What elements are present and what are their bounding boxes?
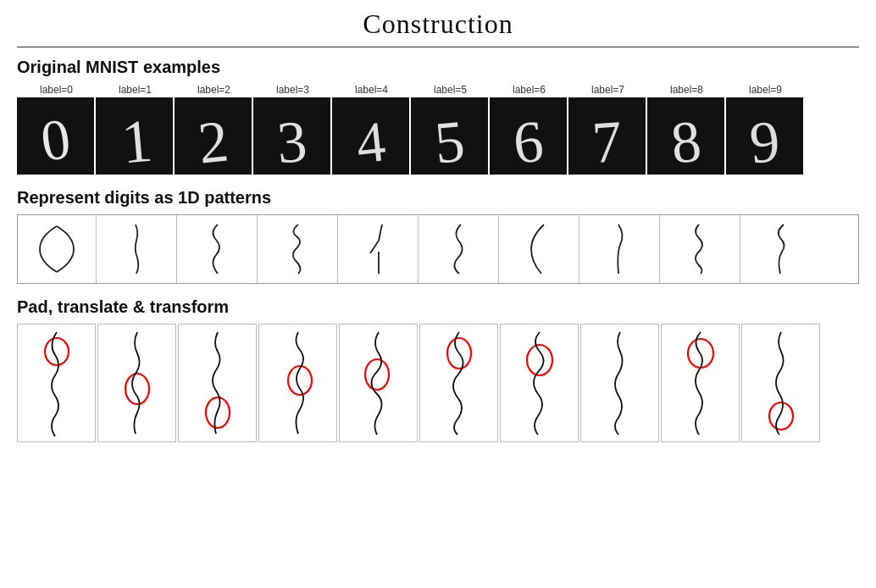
svg-text:8: 8 — [668, 108, 704, 175]
transform-row — [17, 324, 859, 442]
transform-9 — [741, 324, 820, 442]
mnist-digit-6: 6 — [490, 97, 567, 175]
transform-6 — [500, 324, 579, 442]
mnist-label-3: label=3 — [253, 84, 332, 96]
transform-5 — [419, 324, 498, 442]
mnist-section-label: Original MNIST examples — [17, 58, 859, 77]
svg-point-11 — [125, 374, 149, 404]
mnist-digit-4: 4 — [332, 97, 409, 175]
patterns-row — [17, 214, 859, 284]
svg-text:9: 9 — [747, 108, 783, 175]
page: Construction Original MNIST examples lab… — [0, 0, 876, 588]
title-section: Construction — [17, 8, 859, 47]
svg-text:7: 7 — [590, 108, 624, 175]
mnist-label-0: label=0 — [17, 84, 96, 96]
mnist-digit-5: 5 — [411, 97, 488, 175]
transform-3 — [258, 324, 337, 442]
svg-text:4: 4 — [353, 108, 389, 175]
svg-point-18 — [769, 402, 793, 430]
transform-0 — [17, 324, 96, 442]
svg-text:2: 2 — [195, 108, 231, 175]
mnist-images-row: 0 1 2 3 4 5 6 — [17, 97, 859, 175]
transform-2 — [178, 324, 257, 442]
pattern-2 — [179, 215, 258, 283]
mnist-label-8: label=8 — [647, 84, 726, 96]
mnist-digit-1: 1 — [96, 97, 173, 175]
pattern-6 — [501, 215, 579, 283]
svg-text:5: 5 — [432, 108, 468, 175]
pattern-3 — [259, 215, 338, 283]
transform-1 — [97, 324, 176, 442]
pattern-8 — [662, 215, 740, 283]
svg-text:3: 3 — [274, 108, 308, 175]
svg-text:0: 0 — [37, 106, 75, 174]
pattern-4 — [340, 215, 419, 283]
svg-point-14 — [365, 359, 389, 390]
mnist-digit-7: 7 — [568, 97, 646, 175]
mnist-labels-row: label=0 label=1 label=2 label=3 label=4 … — [17, 84, 859, 96]
transform-8 — [661, 324, 740, 442]
mnist-digit-3: 3 — [253, 97, 330, 175]
mnist-digit-0: 0 — [17, 97, 94, 175]
mnist-label-5: label=5 — [411, 84, 490, 96]
mnist-label-9: label=9 — [726, 84, 805, 96]
svg-point-13 — [288, 366, 312, 395]
transform-7 — [580, 324, 659, 442]
mnist-section: Original MNIST examples label=0 label=1 … — [17, 58, 859, 175]
pattern-5 — [420, 215, 499, 283]
mnist-label-4: label=4 — [332, 84, 411, 96]
pattern-1 — [98, 215, 177, 283]
pattern-9 — [742, 215, 821, 283]
transform-4 — [339, 324, 418, 442]
mnist-label-2: label=2 — [175, 84, 253, 96]
svg-text:1: 1 — [119, 107, 155, 175]
mnist-digit-9: 9 — [726, 97, 803, 175]
mnist-digit-8: 8 — [647, 97, 724, 175]
mnist-label-6: label=6 — [490, 84, 568, 96]
transform-section: Pad, translate & transform — [17, 297, 859, 442]
patterns-section-label: Represent digits as 1D patterns — [17, 188, 859, 208]
mnist-digit-2: 2 — [175, 97, 252, 175]
transform-section-label: Pad, translate & transform — [17, 297, 859, 317]
patterns-section: Represent digits as 1D patterns — [17, 188, 859, 284]
pattern-7 — [581, 215, 660, 283]
svg-text:6: 6 — [511, 108, 546, 175]
page-title: Construction — [17, 8, 859, 40]
mnist-label-7: label=7 — [568, 84, 647, 96]
svg-point-10 — [45, 338, 69, 365]
mnist-label-1: label=1 — [96, 84, 175, 96]
pattern-0 — [18, 215, 97, 283]
